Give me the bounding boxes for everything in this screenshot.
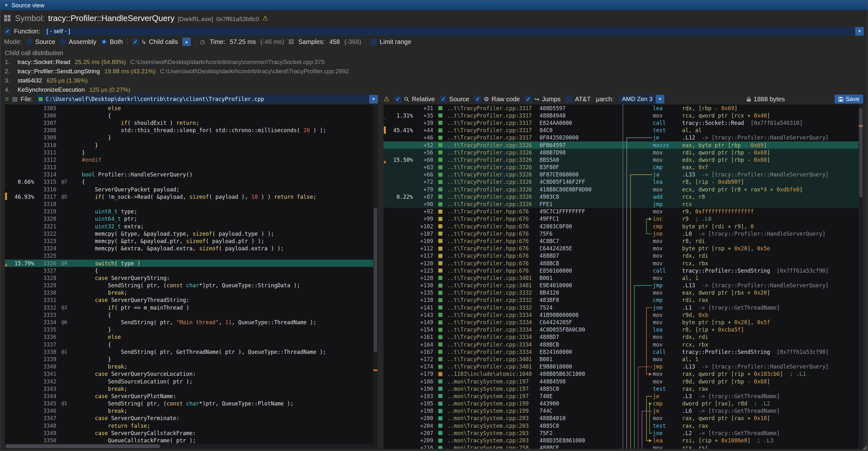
resize-grip[interactable] [862, 445, 867, 450]
line-number[interactable]: 3327 [34, 268, 56, 274]
line-number[interactable]: 3344 [34, 393, 56, 399]
att-toggle[interactable]: AT&T [566, 95, 591, 103]
asm-row[interactable]: 0.22% +87 ..t\TracyProfiler.cpp:3326 490… [383, 193, 863, 200]
line-number[interactable]: 3349 [34, 430, 56, 437]
source-location[interactable]: ..t\TracyProfiler.cpp:3334 [447, 319, 539, 326]
source-line[interactable]: 3309 } [5, 134, 378, 142]
asm-row[interactable]: +198 ..mon\TracySystem.cpp:199 744C je .… [383, 408, 863, 415]
source-line[interactable]: 3312 #endif [5, 156, 378, 163]
line-number[interactable]: 3325 [34, 252, 56, 259]
source-line[interactable]: 3338 @1 SendString( ptr, GetThreadName( … [5, 348, 378, 356]
asm-row[interactable]: +204 ..mon\TracySystem.cpp:203 4885C0 te… [383, 422, 863, 429]
att-checkbox[interactable] [566, 96, 572, 102]
asm-row[interactable]: +120 ..t\TracyProfiler.hpp:676 488BCB mo… [383, 260, 863, 267]
scrollbar-thumb[interactable] [5, 444, 160, 448]
function-combo[interactable]: [ - self - ] ▼ [43, 27, 864, 36]
child-calls-checkbox[interactable] [132, 38, 139, 45]
radio-icon[interactable] [101, 38, 107, 45]
symbol-warning-icon[interactable]: ⚠ [262, 14, 268, 22]
source-line[interactable]: 3348 return false; [5, 422, 378, 429]
line-number[interactable]: 3334 [34, 319, 56, 326]
source-line[interactable]: 3332 @3 if( ptr == m_mainThread ) [5, 304, 378, 311]
source-line[interactable]: 0.66% 3315 @7 { [5, 178, 378, 186]
asm-row[interactable]: +72 ..t\TracyProfiler.cpp:3326 4C8D05F14… [383, 178, 863, 186]
asm-row[interactable]: +117 ..t\TracyProfiler.hpp:676 488BD7 mo… [383, 252, 863, 260]
source-location[interactable]: ..t\TracyProfiler.cpp:3317 [447, 134, 539, 141]
line-number[interactable]: 3337 [34, 341, 56, 348]
line-number[interactable]: 3319 [34, 208, 56, 215]
source-location[interactable]: ..t\TracyProfiler.cpp:3326 [447, 186, 539, 193]
asm-row[interactable]: +172 ..t\TracyProfiler.cpp:3401 B001 mov… [383, 356, 863, 363]
asm-row[interactable]: +190 ..mon\TracySystem.cpp:197 4885C0 te… [383, 385, 863, 392]
source-line[interactable]: 3322 memcpy( &type, &payload.type, sizeo… [5, 230, 378, 237]
asm-row[interactable]: +209 ..mon\TracySystem.cpp:203 488D35E88… [383, 437, 863, 444]
line-number[interactable]: 3315 [34, 179, 56, 185]
stack-icon[interactable]: ≡ [5, 95, 9, 103]
source-line[interactable]: 3316 ServerQueryPacket payload; [5, 186, 378, 193]
source-location[interactable]: ..t\TracyProfiler.cpp:3326 [447, 142, 539, 148]
mode-radio-assembly[interactable]: Assembly [60, 38, 96, 46]
source-line[interactable]: 3347 case ServerQueryTerminate: [5, 415, 378, 422]
source-location[interactable]: ..t\TracyProfiler.cpp:3334 [447, 312, 539, 318]
source-location[interactable]: ..t\TracyProfiler.cpp:3332 [447, 297, 539, 303]
source-location[interactable]: ..mon\TracySystem.cpp:203 [447, 437, 539, 444]
asm-row[interactable]: +63 ..t\TracyProfiler.cpp:3326 83F80F cm… [383, 164, 863, 171]
source-line[interactable]: 3339 } [5, 356, 378, 363]
asm-row[interactable]: 15.50% +60 ..t\TracyProfiler.cpp:3326 8B… [383, 156, 863, 163]
source-line[interactable]: 3313 [5, 164, 378, 171]
asm-row[interactable]: +179 ..1103\include\atomic:1048 488B05B6… [383, 370, 863, 378]
asm-row[interactable]: +102 ..t\TracyProfiler.hpp:676 42803C0F0… [383, 222, 863, 230]
asm-row[interactable]: +161 ..t\TracyProfiler.cpp:3334 488BD7 m… [383, 333, 863, 341]
line-number[interactable]: 3347 [34, 415, 56, 421]
asm-row[interactable]: +195 ..mon\TracySystem.cpp:199 443900 cm… [383, 400, 863, 408]
asm-row[interactable]: +128 ..t\TracyProfiler.cpp:3401 B001 mov… [383, 274, 863, 281]
function-checkbox[interactable] [4, 28, 11, 35]
source-line[interactable]: 3343 break; [5, 385, 378, 392]
scrollbar-thumb[interactable] [374, 208, 377, 352]
line-number[interactable]: 3307 [34, 120, 56, 126]
line-number[interactable]: 3306 [34, 113, 56, 119]
source-location[interactable]: ..t\TracyProfiler.cpp:3401 [447, 282, 539, 289]
source-line[interactable]: 3334 @6 SendString( ptr, "Main thread", … [5, 319, 378, 326]
source-line[interactable]: 3350 QueueCallstackFrame( ptr ); [5, 437, 378, 444]
line-number[interactable]: 3333 [34, 312, 56, 318]
asm-row[interactable]: +193 ..mon\TracySystem.cpp:197 740E je .… [383, 392, 863, 400]
line-number[interactable]: 3308 [34, 127, 56, 133]
line-number[interactable]: 3313 [34, 164, 56, 171]
raw-code-checkbox[interactable] [474, 96, 481, 102]
asm-row[interactable]: +207 ..mon\TracySystem.cpp:203 75F2 jne … [383, 429, 863, 437]
source-location[interactable]: ..1103\include\atomic:1048 [447, 371, 539, 377]
source-location[interactable]: ..mon\TracySystem.cpp:258 [447, 445, 539, 449]
source-line[interactable]: 3307 if( shouldExit ) return; [5, 119, 378, 126]
source-location[interactable]: ..mon\TracySystem.cpp:199 [447, 408, 539, 414]
asm-row[interactable]: +167 ..t\TracyProfiler.cpp:3334 E8241600… [383, 348, 863, 356]
source-checkbox[interactable] [440, 96, 446, 102]
source-location[interactable]: ..mon\TracySystem.cpp:197 [447, 386, 539, 392]
line-number[interactable]: 3331 [34, 297, 56, 303]
chevron-down-icon[interactable]: ▼ [855, 27, 864, 36]
child-calls-expand-button[interactable]: ▲ [182, 38, 191, 46]
relative-toggle[interactable]: Relative [395, 95, 435, 103]
line-number[interactable]: 3341 [34, 371, 56, 377]
source-line[interactable]: 3335 } [5, 326, 378, 333]
source-location[interactable]: ..t\TracyProfiler.cpp:3332 [447, 290, 539, 296]
titlebar[interactable]: ▼ Source view [0, 0, 868, 10]
source-line[interactable]: 3306 { [5, 112, 378, 119]
asm-row[interactable]: +186 ..mon\TracySystem.cpp:197 448B4598 … [383, 378, 863, 385]
asm-row[interactable]: +174 ..t\TracyProfiler.cpp:3401 E9B80100… [383, 363, 863, 370]
line-number[interactable]: 3335 [34, 327, 56, 333]
source-line[interactable]: 3349 case ServerQueryCallstackFrame: [5, 429, 378, 437]
line-number[interactable]: 3342 [34, 379, 56, 385]
source-line[interactable]: 3337 { [5, 341, 378, 348]
child-call-entry[interactable]: 1. tracy::Socket::Read 25.25 ms (54.89%)… [5, 57, 863, 66]
scrollbar-thumb[interactable] [859, 108, 863, 198]
line-number[interactable]: 3339 [34, 356, 56, 362]
mode-radio-source[interactable]: Source [26, 38, 55, 46]
assembly-pane[interactable]: +31 ..t\TracyProfiler.cpp:3317 488D5597 … [383, 104, 863, 449]
line-number[interactable]: 3330 [34, 290, 56, 296]
line-number[interactable]: 3340 [34, 363, 56, 370]
asm-row[interactable]: +143 ..t\TracyProfiler.cpp:3334 41B90B00… [383, 311, 863, 319]
source-location[interactable]: ..t\TracyProfiler.hpp:676 [447, 223, 539, 230]
asm-row[interactable]: +123 ..t\TracyProfiler.hpp:676 E85016000… [383, 267, 863, 274]
source-location[interactable]: ..t\TracyProfiler.cpp:3334 [447, 334, 539, 340]
